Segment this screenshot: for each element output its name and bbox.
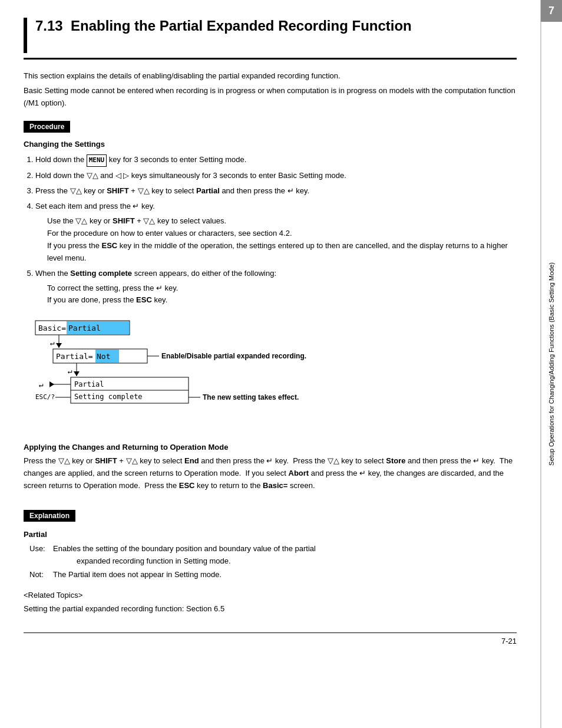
related-topics-title-text: <Related Topics>	[24, 591, 82, 599]
section-title-text: Enabling the Partial Expanded Recording …	[71, 18, 412, 34]
chapter-number-box: 7	[541, 0, 562, 22]
use-text-cont: expanded recording function in Setting m…	[77, 556, 231, 565]
use-label: Use:	[29, 543, 53, 568]
step-5-sub-1: To correct the setting, press the ↵ key.	[47, 282, 517, 295]
svg-text:↵: ↵	[50, 338, 55, 347]
use-not-table: Use: Enables the setting of the boundary…	[29, 543, 517, 581]
step-5: When the Setting complete screen appears…	[35, 267, 517, 307]
intro-text: This section explains the details of ena…	[24, 70, 517, 109]
svg-text:↵: ↵	[39, 380, 44, 389]
intro-para-2: Basic Setting mode cannot be entered whe…	[24, 85, 517, 110]
not-label: Not:	[29, 569, 53, 581]
svg-text:↵: ↵	[68, 367, 72, 375]
menu-kbd: MENU	[87, 154, 107, 167]
svg-text:Enable/Disable partial expande: Enable/Disable partial expanded recordin…	[161, 352, 306, 360]
applying-section: Applying the Changes and Returning to Op…	[24, 443, 517, 492]
explanation-content: Partial Use: Enables the setting of the …	[24, 529, 517, 615]
svg-text:ESC/?: ESC/?	[35, 393, 55, 401]
step-4-sub-3: If you press the ESC key in the middle o…	[47, 240, 517, 265]
svg-marker-6	[56, 343, 62, 348]
related-topics-text: Setting the partial expanded recording f…	[24, 603, 517, 615]
step-4-sub: Use the ▽△ key or SHIFT + ▽△ key to sele…	[47, 215, 517, 264]
svg-text:Partial: Partial	[68, 324, 101, 332]
applying-text: Press the ▽△ key or SHIFT + ▽△ key to se…	[24, 455, 517, 492]
step-3: Press the ▽△ key or SHIFT + ▽△ key to se…	[35, 185, 517, 197]
step-2: Hold down the ▽△ and ◁ ▷ keys simultaneo…	[35, 169, 517, 182]
explanation-block: Explanation Partial Use: Enables the set…	[24, 510, 517, 615]
step-1: Hold down the MENU key for 3 seconds to …	[35, 153, 517, 167]
chapter-number: 7	[548, 5, 554, 17]
main-content: 7.13 Enabling the Partial Expanded Recor…	[0, 0, 541, 728]
step-5-sub-2: If you are done, press the ESC key.	[47, 294, 517, 307]
explanation-label: Explanation	[24, 510, 75, 522]
section-heading: 7.13 Enabling the Partial Expanded Recor…	[35, 18, 412, 35]
page-number: 7-21	[501, 637, 517, 645]
procedure-label: Procedure	[24, 121, 70, 133]
svg-text:Setting complete: Setting complete	[74, 393, 143, 401]
step-5-sub: To correct the setting, press the ↵ key.…	[47, 282, 517, 307]
applying-title: Applying the Changes and Returning to Op…	[24, 443, 517, 452]
svg-text:Partial=: Partial=	[56, 352, 93, 361]
side-tab: 7 Setup Operations for Changing/Adding F…	[541, 0, 562, 728]
intro-para-1: This section explains the details of ena…	[24, 70, 517, 83]
section-number: 7.13	[35, 18, 63, 34]
step-4-sub-1: Use the ▽△ key or SHIFT + ▽△ key to sele…	[47, 215, 517, 228]
title-bar-accent	[24, 18, 27, 53]
svg-text:Partial: Partial	[74, 380, 104, 388]
svg-text:Not: Not	[97, 352, 110, 361]
procedure-subsection-title: Changing the Settings	[24, 140, 517, 149]
not-row: Not: The Partial item does not appear in…	[29, 569, 517, 581]
procedure-list: Hold down the MENU key for 3 seconds to …	[35, 153, 517, 307]
not-text: The Partial item does not appear in Sett…	[53, 569, 222, 581]
page-footer: 7-21	[24, 633, 517, 645]
partial-title: Partial	[24, 529, 517, 541]
procedure-block: Procedure Changing the Settings Hold dow…	[24, 121, 517, 492]
use-text: Enables the setting of the boundary posi…	[53, 543, 316, 568]
related-topics-header: <Related Topics>	[24, 589, 517, 602]
svg-marker-15	[74, 371, 80, 376]
svg-text:Basic=: Basic=	[38, 324, 66, 332]
use-row: Use: Enables the setting of the boundary…	[29, 543, 517, 568]
diagram-svg: Basic= Partial ↵ Partial= Not Enable/	[29, 315, 359, 433]
svg-text:The new setting takes effect.: The new setting takes effect.	[203, 393, 299, 401]
side-tab-label: Setup Operations for Changing/Adding Fun…	[548, 262, 555, 466]
side-tab-text: Setup Operations for Changing/Adding Fun…	[547, 262, 556, 466]
diagram: Basic= Partial ↵ Partial= Not Enable/	[29, 315, 517, 434]
step-4-sub-2: For the procedure on how to enter values…	[47, 228, 517, 240]
section-title: 7.13 Enabling the Partial Expanded Recor…	[24, 18, 517, 60]
step-4: Set each item and press the ↵ key. Use t…	[35, 200, 517, 264]
